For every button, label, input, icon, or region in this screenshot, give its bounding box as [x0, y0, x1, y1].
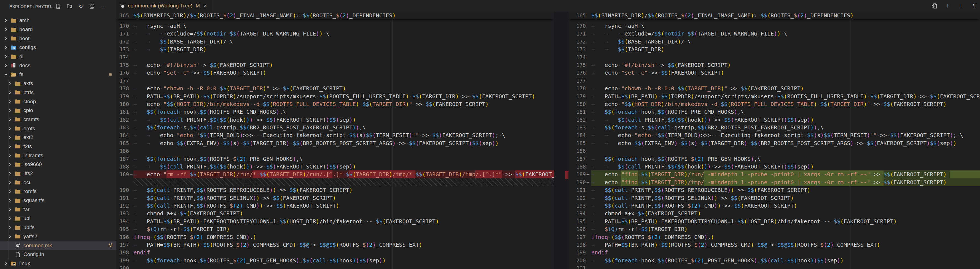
- code-line-right-186[interactable]: 186: [568, 147, 980, 155]
- code-line-right-183[interactable]: 183→$$(foreach·s,$$(call·qstrip,$$(BR2_R…: [568, 123, 980, 131]
- code-line-left-178[interactable]: 178→echo·"chown·-h·-R·0:0·$$(TARGET_DIR)…: [116, 84, 554, 92]
- explorer-item-arch[interactable]: arch: [0, 16, 116, 25]
- explorer-item-common.mk[interactable]: common.mkM: [0, 241, 116, 250]
- code-line-right-201[interactable]: 201: [568, 264, 980, 269]
- explorer-item-erofs[interactable]: erofs: [0, 124, 116, 133]
- code-line-left-176[interactable]: 176→echo·"set·-e"·>>·$$(FAKEROOT_SCRIPT): [116, 69, 554, 76]
- explorer-item-dl[interactable]: dl: [0, 52, 116, 61]
- code-line-right-197[interactable]: 197ifneq·($$(ROOTFS_$(2)_COMPRESS_CMD),): [568, 233, 980, 241]
- code-line-left-177[interactable]: 177: [116, 77, 554, 84]
- explorer-item-fs[interactable]: fs: [0, 70, 116, 79]
- code-line-right-176[interactable]: 176→echo·"set·-e"·>>·$$(FAKEROOT_SCRIPT): [568, 69, 980, 76]
- code-line-left-194[interactable]: 194→PATH=$$(BR_PATH)·FAKEROOTDONTTRYCHOW…: [116, 217, 554, 225]
- code-line-right-198[interactable]: 198→PATH=$$(BR_PATH)·$$(ROOTFS_$(2)_COMP…: [568, 241, 980, 248]
- explorer-item-iso9660[interactable]: iso9660: [0, 160, 116, 169]
- explorer-item-tar[interactable]: tar: [0, 205, 116, 214]
- explorer-item-configs[interactable]: configs: [0, 43, 116, 52]
- explorer-item-ext2[interactable]: ext2: [0, 133, 116, 142]
- code-line-right-200[interactable]: 200→$$(foreach·hook,$$(ROOTFS_$(2)_POST_…: [568, 256, 980, 264]
- new-folder-icon[interactable]: [66, 3, 73, 9]
- explorer-item-ubi[interactable]: ubi: [0, 214, 116, 223]
- code-line-right-184[interactable]: 184→→echo·"echo·'$$(TERM_BOLD)>>>···Exec…: [568, 131, 980, 139]
- code-line-right-188[interactable]: 188→→$$(call·PRINTF,$$($$(hook)))·>>·$$(…: [568, 163, 980, 171]
- diff-pane-modified[interactable]: 170→rsync·-auH·\171→→--exclude=/$$(notdi…: [568, 11, 980, 269]
- explorer-item-romfs[interactable]: romfs: [0, 187, 116, 196]
- code-line-right-173[interactable]: 173→→$$(TARGET_DIR): [568, 46, 980, 53]
- diff-line-removed-left-189[interactable]: 189−→echo·"rm·-rf·$$(TARGET_DIR)/run/*·$…: [116, 171, 554, 178]
- code-line-left-188[interactable]: 188→→$$(call·PRINTF,$$($$(hook)))·>>·$$(…: [116, 163, 554, 171]
- explorer-item-cramfs[interactable]: cramfs: [0, 115, 116, 124]
- explorer-item-boot[interactable]: boot: [0, 34, 116, 43]
- code-line-right-185[interactable]: 185→→echo·$$(EXTRA_ENV)·$$(s)·$$(TARGET_…: [568, 139, 980, 147]
- code-line-left-185[interactable]: 185→→echo·$$(EXTRA_ENV)·$$(s)·$$(TARGET_…: [116, 139, 554, 147]
- diff-line-added-right-189[interactable]: 189+→echo·"find·$$(TARGET_DIR)/run/·-min…: [568, 171, 980, 178]
- diff-pane-original[interactable]: 170→rsync·-auH·\171→→--exclude=/$$(notdi…: [116, 11, 554, 269]
- explorer-item-cloop[interactable]: cloop: [0, 97, 116, 106]
- code-line-right-191[interactable]: 191→$$(call·PRINTF,$$(ROOTFS_REPRODUCIBL…: [568, 186, 980, 194]
- code-line-left-196[interactable]: 196ifneq·($$(ROOTFS_$(2)_COMPRESS_CMD),): [116, 233, 554, 241]
- code-line-left-182[interactable]: 182→→$$(call·PRINTF,$$($$(hook)))·>>·$$(…: [116, 116, 554, 123]
- code-line-left-180[interactable]: 180→echo·"$$(HOST_DIR)/bin/makedevs·-d·$…: [116, 100, 554, 108]
- diff-sash[interactable]: [554, 11, 568, 269]
- code-line-left-174[interactable]: 174: [116, 54, 554, 61]
- code-line-left-186[interactable]: 186: [116, 147, 554, 155]
- code-line-right-174[interactable]: 174: [568, 54, 980, 61]
- next-change-icon[interactable]: ↓: [958, 3, 964, 9]
- code-line-left-187[interactable]: 187→$$(foreach·hook,$$(ROOTFS_$(2)_PRE_G…: [116, 155, 554, 163]
- code-line-left-198[interactable]: 198endif: [116, 248, 554, 256]
- code-line-left-183[interactable]: 183→$$(foreach·s,$$(call·qstrip,$$(BR2_R…: [116, 123, 554, 131]
- new-file-icon[interactable]: [55, 3, 62, 9]
- explorer-item-board[interactable]: board: [0, 25, 116, 34]
- close-icon[interactable]: ×: [204, 3, 207, 9]
- code-line-left-192[interactable]: 192→$$(call·PRINTF,$$(ROOTFS_$(2)_CMD))·…: [116, 202, 554, 209]
- code-line-right-181[interactable]: 181→$$(foreach·hook,$$(ROOTFS_PRE_CMD_HO…: [568, 108, 980, 116]
- code-line-right-194[interactable]: 194→chmod·a+x·$$(FAKEROOT_SCRIPT): [568, 209, 980, 217]
- code-line-right-172[interactable]: 172→→$$(BASE_TARGET_DIR)/·\: [568, 38, 980, 46]
- code-line-left-173[interactable]: 173→→$$(TARGET_DIR): [116, 46, 554, 53]
- toggle-whitespace-icon[interactable]: ¶: [971, 3, 977, 9]
- code-line-right-187[interactable]: 187→$$(foreach·hook,$$(ROOTFS_$(2)_PRE_G…: [568, 155, 980, 163]
- explorer-item-initramfs[interactable]: initramfs: [0, 151, 116, 160]
- code-line-right-179[interactable]: 179→PATH=$$(BR_PATH)·$$(TOPDIR)/support/…: [568, 92, 980, 100]
- code-line-right-196[interactable]: 196→$(Q)rm·-rf·$$(TARGET_DIR): [568, 225, 980, 233]
- diff-line-added-right-190[interactable]: 190+→echo·"find·$$(TARGET_DIR)/tmp/·-min…: [568, 179, 980, 186]
- explorer-item-Config.in[interactable]: Config.in: [0, 250, 116, 259]
- code-line-right-171[interactable]: 171→→--exclude=/$$(notdir·$$(TARGET_DIR_…: [568, 30, 980, 38]
- explorer-item-f2fs[interactable]: f2fs: [0, 142, 116, 151]
- refresh-icon[interactable]: ↻: [78, 3, 84, 9]
- more-actions-icon[interactable]: ···: [100, 3, 107, 9]
- code-line-left-190[interactable]: 190→$$(call·PRINTF,$$(ROOTFS_REPRODUCIBL…: [116, 186, 554, 194]
- code-line-left-199[interactable]: 199→$$(foreach·hook,$$(ROOTFS_$(2)_POST_…: [116, 256, 554, 264]
- code-line-left-172[interactable]: 172→→$$(BASE_TARGET_DIR)/·\: [116, 38, 554, 46]
- code-line-left-184[interactable]: 184→→echo·"echo·'$$(TERM_BOLD)>>>···Exec…: [116, 131, 554, 139]
- explorer-item-ubifs[interactable]: ubifs: [0, 223, 116, 232]
- code-line-left-175[interactable]: 175→echo·'#!/bin/sh'·>·$$(FAKEROOT_SCRIP…: [116, 61, 554, 69]
- explorer-item-linux[interactable]: linux: [0, 259, 116, 268]
- explorer-item-docs[interactable]: docs: [0, 61, 116, 70]
- code-line-left-171[interactable]: 171→→--exclude=/$$(notdir·$$(TARGET_DIR_…: [116, 30, 554, 38]
- collapse-folders-icon[interactable]: [89, 3, 95, 9]
- code-line-left-193[interactable]: 193→chmod·a+x·$$(FAKEROOT_SCRIPT): [116, 209, 554, 217]
- code-line-right-178[interactable]: 178→echo·"chown·-h·-R·0:0·$$(TARGET_DIR)…: [568, 84, 980, 92]
- code-line-left-170[interactable]: 170→rsync·-auH·\: [116, 22, 554, 30]
- code-line-left-181[interactable]: 181→$$(foreach·hook,$$(ROOTFS_PRE_CMD_HO…: [116, 108, 554, 116]
- explorer-item-cpio[interactable]: cpio: [0, 106, 116, 115]
- code-line-right-199[interactable]: 199endif: [568, 248, 980, 256]
- explorer-item-yaffs2[interactable]: yaffs2: [0, 232, 116, 241]
- tab-common-mk[interactable]: common.mk (Working Tree) M ×: [116, 0, 212, 11]
- code-line-right-182[interactable]: 182→→$$(call·PRINTF,$$($$(hook)))·>>·$$(…: [568, 116, 980, 123]
- code-line-right-170[interactable]: 170→rsync·-auH·\: [568, 22, 980, 30]
- explorer-item-jffs2[interactable]: jffs2: [0, 169, 116, 178]
- code-line-right-193[interactable]: 193→$$(call·PRINTF,$$(ROOTFS_$(2)_CMD))·…: [568, 202, 980, 209]
- code-line-left-200[interactable]: 200: [116, 264, 554, 269]
- code-line-left-191[interactable]: 191→$$(call·PRINTF,$$(ROOTFS_SELINUX))·>…: [116, 194, 554, 202]
- code-line-right-180[interactable]: 180→echo·"$$(HOST_DIR)/bin/makedevs·-d·$…: [568, 100, 980, 108]
- code-line-left-197[interactable]: 197→PATH=$$(BR_PATH)·$$(ROOTFS_$(2)_COMP…: [116, 241, 554, 248]
- code-line-right-175[interactable]: 175→echo·'#!/bin/sh'·>·$$(FAKEROOT_SCRIP…: [568, 61, 980, 69]
- explorer-item-oci[interactable]: oci: [0, 178, 116, 187]
- previous-change-icon[interactable]: ↑: [945, 3, 951, 9]
- open-file-icon[interactable]: [931, 3, 937, 9]
- code-line-right-192[interactable]: 192→$$(call·PRINTF,$$(ROOTFS_SELINUX))·>…: [568, 194, 980, 202]
- explorer-item-btrfs[interactable]: btrfs: [0, 88, 116, 97]
- code-line-right-177[interactable]: 177: [568, 77, 980, 84]
